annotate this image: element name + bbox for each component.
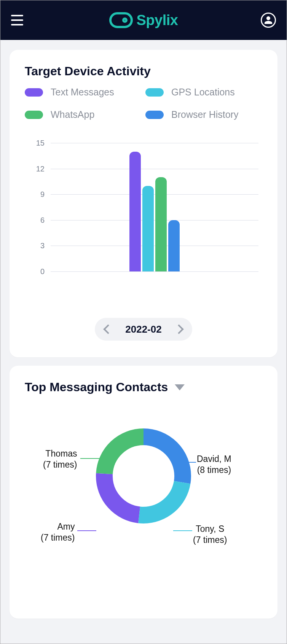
legend-item[interactable]: Browser History bbox=[145, 109, 262, 120]
donut-label: Tony, S(7 times) bbox=[193, 523, 227, 546]
leader-line bbox=[80, 458, 99, 459]
legend-swatch bbox=[145, 88, 164, 97]
activity-legend: Text Messages GPS Locations WhatsApp Bro… bbox=[25, 87, 262, 120]
legend-item[interactable]: WhatsApp bbox=[25, 109, 142, 120]
y-tick-label: 0 bbox=[40, 267, 45, 276]
legend-swatch bbox=[145, 111, 164, 119]
chevron-down-icon[interactable] bbox=[175, 384, 185, 390]
bar[interactable] bbox=[129, 152, 141, 271]
brand[interactable]: Spylix bbox=[109, 12, 178, 29]
brand-name: Spylix bbox=[137, 12, 178, 29]
bar[interactable] bbox=[168, 220, 180, 271]
donut-label: Thomas(7 times) bbox=[43, 448, 77, 470]
contacts-donut-chart: David, M(8 times) Tony, S(7 times) Amy(7… bbox=[25, 428, 262, 588]
y-tick-label: 9 bbox=[40, 190, 45, 199]
y-tick-label: 3 bbox=[40, 241, 45, 250]
legend-label: WhatsApp bbox=[51, 109, 94, 120]
legend-item[interactable]: Text Messages bbox=[25, 87, 142, 98]
y-tick-label: 15 bbox=[36, 139, 45, 148]
leader-line bbox=[177, 462, 196, 463]
topbar: Spylix bbox=[0, 0, 287, 40]
activity-card: Target Device Activity Text Messages GPS… bbox=[10, 50, 277, 357]
y-tick-label: 6 bbox=[40, 216, 45, 224]
donut-label: David, M(8 times) bbox=[197, 454, 231, 476]
activity-bar-chart: 03691215 bbox=[32, 143, 258, 287]
chevron-left-icon[interactable] bbox=[104, 324, 113, 334]
profile-icon[interactable] bbox=[261, 13, 276, 28]
legend-item[interactable]: GPS Locations bbox=[145, 87, 262, 98]
legend-swatch bbox=[25, 88, 43, 97]
bar[interactable] bbox=[142, 186, 154, 271]
chevron-right-icon[interactable] bbox=[174, 324, 183, 334]
bar[interactable] bbox=[155, 177, 167, 271]
legend-label: Text Messages bbox=[51, 87, 114, 98]
date-navigator: 2022-02 bbox=[25, 318, 262, 341]
donut-label: Amy(7 times) bbox=[41, 521, 75, 543]
leader-line bbox=[173, 530, 192, 531]
y-tick-label: 12 bbox=[36, 164, 45, 173]
activity-title: Target Device Activity bbox=[25, 64, 262, 78]
gridline bbox=[51, 271, 258, 272]
brand-logo-icon bbox=[109, 12, 133, 28]
leader-line bbox=[77, 530, 96, 531]
contacts-card: Top Messaging Contacts David, M(8 times)… bbox=[10, 366, 277, 619]
legend-label: GPS Locations bbox=[171, 87, 235, 98]
date-label: 2022-02 bbox=[125, 324, 161, 335]
contacts-title: Top Messaging Contacts bbox=[25, 380, 168, 394]
legend-label: Browser History bbox=[171, 109, 238, 120]
menu-icon[interactable] bbox=[11, 13, 26, 28]
legend-swatch bbox=[25, 111, 43, 119]
